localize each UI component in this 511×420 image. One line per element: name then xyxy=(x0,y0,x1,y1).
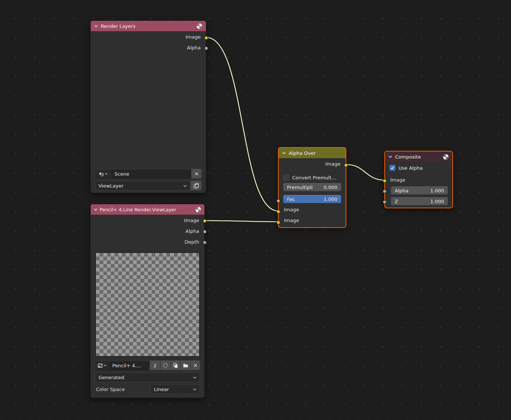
convert-premult-label: Convert Premult... xyxy=(292,175,336,180)
node-title: Composite xyxy=(395,154,440,160)
socket-image-output[interactable] xyxy=(204,36,208,40)
pencil-node-header[interactable]: Pencil+ 4.Line Render.ViewLayer xyxy=(91,204,204,215)
node-pencil-image[interactable]: Pencil+ 4.Line Render.ViewLayer Image Al… xyxy=(90,204,205,398)
image-source-value: Generated xyxy=(98,375,124,380)
scene-unlink-button[interactable] xyxy=(191,169,201,179)
node-composite[interactable]: Composite Use Alpha Image Alpha 1.000 Z … xyxy=(384,151,453,208)
image-source-select[interactable]: Generated xyxy=(95,372,200,382)
scene-browse-button[interactable] xyxy=(95,169,111,179)
user-count-button[interactable]: 2 xyxy=(150,361,160,370)
image-browse-button[interactable] xyxy=(95,361,109,370)
color-space-select[interactable]: Linear xyxy=(151,384,200,394)
fac-label: Fac xyxy=(287,196,295,202)
socket-label: Alpha xyxy=(187,45,201,51)
scene-icon xyxy=(98,171,104,177)
material-preview-icon xyxy=(196,23,203,29)
duplicate-icon xyxy=(173,363,178,368)
socket-label: Alpha xyxy=(185,228,199,234)
socket-label: Image xyxy=(185,34,201,40)
noodle-pencil-to-alphaover[interactable] xyxy=(205,221,278,222)
socket-image-output[interactable] xyxy=(203,219,207,223)
socket-alpha-output[interactable] xyxy=(203,230,207,234)
image-preview-checkerboard xyxy=(95,252,200,357)
z-value: 1.000 xyxy=(430,199,444,204)
fac-slider[interactable]: Fac 1.000 xyxy=(283,195,341,203)
color-space-value: Linear xyxy=(154,387,169,392)
output-row-image: Image xyxy=(91,31,206,42)
use-alpha-checkbox[interactable] xyxy=(389,165,395,171)
input-row-image: Image xyxy=(385,175,452,185)
open-image-button[interactable] xyxy=(181,361,190,370)
chevron-down-icon[interactable] xyxy=(282,152,286,154)
premult-label: Premultipli xyxy=(287,185,313,190)
new-image-button[interactable] xyxy=(171,361,180,370)
image-name-field[interactable]: Pencil+ 4.... xyxy=(109,361,149,370)
composite-header[interactable]: Composite xyxy=(385,152,452,162)
premult-slider[interactable]: Premultipli 0.000 xyxy=(283,183,341,191)
chevron-down-icon xyxy=(105,173,108,175)
output-row-image: Image xyxy=(279,158,346,169)
socket-label: Image xyxy=(184,218,199,223)
node-title: Alpha Over xyxy=(289,150,342,156)
shield-icon xyxy=(163,363,168,368)
alpha-value: 1.000 xyxy=(430,188,444,193)
view-layer-row: ViewLayer xyxy=(95,181,201,191)
render-layers-header[interactable]: Render Layers xyxy=(91,21,206,31)
socket-alpha-output[interactable] xyxy=(204,46,208,50)
chevron-down-icon xyxy=(104,364,107,367)
socket-label: Depth xyxy=(184,239,199,245)
socket-image-input[interactable] xyxy=(383,179,387,183)
image-datablock-selector: Pencil+ 4.... 2 xyxy=(95,361,200,370)
output-row-depth: Depth xyxy=(91,236,204,247)
use-alpha-label: Use Alpha xyxy=(398,165,423,171)
output-row-alpha: Alpha xyxy=(91,42,206,53)
node-title: Render Layers xyxy=(101,23,194,29)
chevron-down-icon xyxy=(193,376,197,379)
output-row-image: Image xyxy=(91,215,204,225)
socket-z-input[interactable] xyxy=(383,200,387,204)
node-links-layer xyxy=(0,0,511,420)
noodle-alphaover-to-composite[interactable] xyxy=(346,165,384,180)
node-title: Pencil+ 4.Line Render.ViewLayer xyxy=(100,207,193,212)
alpha-slider[interactable]: Alpha 1.000 xyxy=(391,186,448,195)
material-preview-icon xyxy=(443,154,449,160)
premult-value: 0.000 xyxy=(324,185,337,190)
socket-label: Image xyxy=(284,218,299,223)
convert-premult-row: Convert Premult... xyxy=(283,173,341,182)
view-layer-value: ViewLayer xyxy=(98,183,123,189)
chevron-down-icon[interactable] xyxy=(388,155,392,158)
socket-fac-input[interactable] xyxy=(276,199,280,203)
unlink-image-button[interactable] xyxy=(191,361,200,370)
socket-image-output[interactable] xyxy=(344,163,348,167)
socket-label: Image xyxy=(284,207,299,212)
node-alpha-over[interactable]: Alpha Over Image Convert Premult... Prem… xyxy=(278,147,346,228)
chevron-down-icon[interactable] xyxy=(94,25,98,27)
view-layer-select[interactable]: ViewLayer xyxy=(95,181,190,191)
fake-user-button[interactable] xyxy=(161,361,170,370)
fac-value: 1.000 xyxy=(324,196,337,202)
socket-label: Image xyxy=(325,161,340,167)
noodle-renderlayers-to-alphaover[interactable] xyxy=(207,38,278,211)
output-row-alpha: Alpha xyxy=(91,225,204,236)
use-alpha-row: Use Alpha xyxy=(389,163,448,173)
image-icon xyxy=(97,363,103,368)
convert-premult-checkbox[interactable] xyxy=(283,175,289,180)
scene-selector: Scene xyxy=(95,169,201,179)
chevron-down-icon xyxy=(183,185,187,187)
z-label: Z xyxy=(395,199,398,204)
socket-alpha-input[interactable] xyxy=(383,189,387,193)
alpha-over-header[interactable]: Alpha Over xyxy=(279,148,346,158)
chevron-down-icon[interactable] xyxy=(94,208,98,211)
alpha-label: Alpha xyxy=(395,188,408,193)
socket-image2-input[interactable] xyxy=(276,221,280,224)
render-layers-icon xyxy=(193,183,199,189)
node-render-layers[interactable]: Render Layers Image Alpha Scene xyxy=(90,20,206,193)
socket-depth-output[interactable] xyxy=(203,241,207,244)
color-space-label: Color Space xyxy=(95,387,151,392)
socket-image1-input[interactable] xyxy=(276,210,280,214)
recalc-layer-button[interactable] xyxy=(191,181,201,191)
folder-icon xyxy=(183,363,188,368)
z-slider[interactable]: Z 1.000 xyxy=(391,197,448,205)
material-preview-icon xyxy=(195,206,201,213)
scene-name-field[interactable]: Scene xyxy=(111,169,191,179)
